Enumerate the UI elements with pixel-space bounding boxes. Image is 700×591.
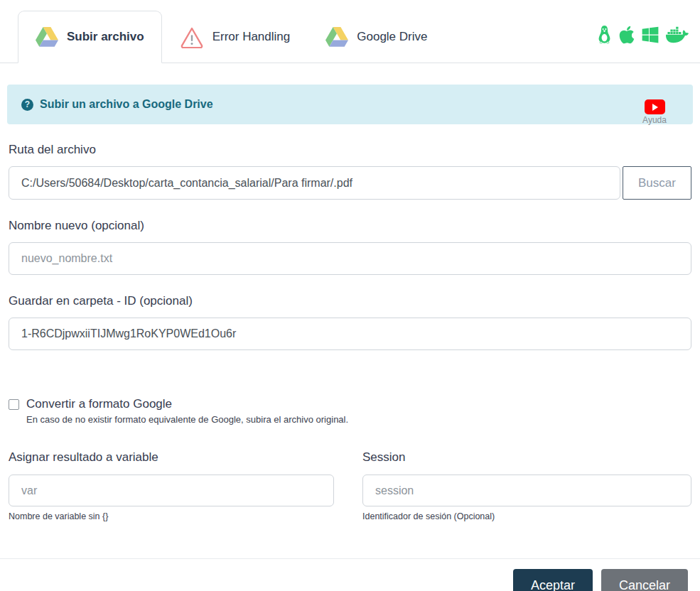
- tab-subir-archivo[interactable]: Subir archivo: [18, 11, 162, 63]
- convert-checkbox[interactable]: [9, 399, 19, 410]
- result-variable-label: Asignar resultado a variable: [9, 450, 334, 465]
- upload-form: Ruta del archivo Buscar Nombre nuevo (op…: [9, 143, 691, 521]
- platform-icons: [596, 24, 689, 45]
- docker-icon: [666, 26, 689, 44]
- new-name-label: Nombre nuevo (opcional): [9, 219, 691, 233]
- accept-button[interactable]: Aceptar: [513, 569, 593, 591]
- result-variable-help: Nombre de variable sin {}: [9, 511, 334, 521]
- result-variable-input[interactable]: [9, 475, 334, 506]
- tab-google-drive[interactable]: Google Drive: [308, 11, 445, 63]
- youtube-icon[interactable]: [645, 99, 665, 114]
- banner-text: Subir un archivo a Google Drive: [40, 98, 213, 111]
- tab-label: Error Handling: [212, 30, 291, 44]
- linux-icon: [596, 24, 613, 45]
- dialog-footer: Aceptar Cancelar: [0, 558, 700, 591]
- session-label: Session: [362, 450, 691, 465]
- apple-icon: [619, 25, 635, 45]
- google-drive-icon: [36, 27, 58, 47]
- tab-label: Google Drive: [357, 30, 427, 44]
- convert-help-text: En caso de no existir formato equivalent…: [26, 414, 691, 425]
- help-video-label: Ayuda: [639, 115, 670, 125]
- convert-label: Convertir a formato Google: [26, 397, 172, 411]
- windows-icon: [641, 26, 659, 44]
- google-drive-icon: [325, 27, 348, 47]
- new-name-input[interactable]: [9, 242, 691, 275]
- folder-id-input[interactable]: [9, 318, 691, 350]
- info-banner: ? Subir un archivo a Google Drive Ayuda: [7, 85, 693, 124]
- file-path-input[interactable]: [9, 166, 620, 200]
- cancel-button[interactable]: Cancelar: [601, 569, 688, 591]
- folder-id-label: Guardar en carpeta - ID (opcional): [9, 294, 691, 308]
- convert-checkbox-row[interactable]: Convertir a formato Google: [9, 397, 691, 411]
- tab-bar: Subir archivo Error Handling Google Driv…: [0, 0, 700, 63]
- tab-label: Subir archivo: [67, 30, 144, 44]
- help-video-link[interactable]: Ayuda: [639, 99, 670, 125]
- session-help: Identificador de sesión (Opcional): [362, 511, 691, 521]
- warning-triangle-icon: [180, 26, 204, 48]
- file-path-label: Ruta del archivo: [9, 143, 691, 157]
- session-input[interactable]: [362, 475, 691, 506]
- help-circle-icon: ?: [21, 99, 33, 111]
- browse-button[interactable]: Buscar: [623, 166, 691, 200]
- tab-error-handling[interactable]: Error Handling: [162, 11, 308, 63]
